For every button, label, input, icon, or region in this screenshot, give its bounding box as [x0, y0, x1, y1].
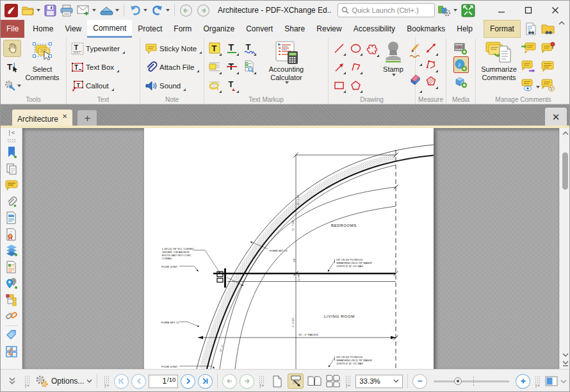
tab-help[interactable]: Help	[451, 20, 478, 38]
toolbar-grip[interactable]: |<	[259, 375, 265, 388]
document-viewport[interactable]: BEDROOMS LIVING ROOM FORM SET #3 FORM SE…	[22, 128, 559, 369]
first-page-button[interactable]	[114, 374, 129, 389]
pdf-page[interactable]: BEDROOMS LIVING ROOM FORM SET #3 FORM SE…	[144, 128, 434, 369]
zoom-slider[interactable]	[434, 374, 509, 388]
lasso-highlight-button[interactable]	[207, 77, 222, 94]
draw-ellipse-button[interactable]	[348, 40, 363, 56]
options-button[interactable]: Options...	[51, 377, 92, 386]
previous-page-button[interactable]	[131, 374, 146, 389]
hand-tool-button[interactable]	[3, 40, 21, 57]
toolbar-grip[interactable]: |<	[345, 375, 351, 388]
print-button[interactable]	[59, 3, 74, 18]
more-options-icon[interactable]	[560, 379, 567, 384]
scrollbar-thumb[interactable]	[562, 152, 568, 190]
tab-comment[interactable]: Comment	[87, 20, 132, 38]
page-number-input[interactable]: 1 /10	[149, 375, 178, 388]
sticky-note-button[interactable]: Sticky Note	[143, 40, 204, 57]
draw-rectangle-button[interactable]	[331, 77, 346, 94]
highlight-text-button[interactable]: T	[207, 40, 222, 56]
layers-pane-icon[interactable]	[4, 243, 19, 257]
toolbar-grip[interactable]: |<	[535, 375, 541, 388]
import-comments-button[interactable]	[521, 40, 536, 56]
undo-button[interactable]	[127, 3, 149, 18]
grid-layout-button[interactable]	[325, 373, 341, 389]
attach-file-button[interactable]: Attach File	[143, 58, 204, 76]
comment-notes-button[interactable]	[541, 58, 556, 75]
draw-arrow-button[interactable]	[331, 58, 346, 75]
attachments-pane-icon[interactable]	[4, 195, 19, 209]
fit-width-layout-button[interactable]	[288, 373, 304, 389]
open-button[interactable]	[20, 3, 42, 18]
collapse-sidebar-icon[interactable]: |<	[8, 129, 15, 136]
drag-handle[interactable]	[7, 138, 16, 143]
tab-form[interactable]: Form	[168, 20, 197, 38]
find-in-folder-icon[interactable]	[541, 22, 555, 35]
squiggly-underline-button[interactable]: T	[241, 40, 257, 56]
comments-pane-icon[interactable]	[4, 178, 19, 192]
toolbar-grip[interactable]: |<	[104, 375, 110, 388]
fields-pane-icon[interactable]	[4, 211, 19, 225]
select-comments-button[interactable]: Select Comments	[24, 40, 61, 95]
email-button[interactable]	[76, 3, 97, 18]
tab-view[interactable]: View	[59, 20, 87, 38]
tab-review[interactable]: Review	[311, 20, 347, 38]
tab-accessibility[interactable]: Accessibility	[348, 20, 401, 38]
accounting-calculator-button[interactable]: Accounting Calculator	[261, 40, 311, 95]
content-pane-icon[interactable]: T	[4, 260, 19, 274]
order-pane-icon[interactable]: Z	[4, 345, 19, 359]
links-pane-icon[interactable]	[4, 309, 19, 323]
tab-share[interactable]: Share	[279, 20, 311, 38]
collapse-statusbar-icon[interactable]	[8, 377, 16, 386]
two-page-layout-button[interactable]	[306, 373, 322, 389]
structure-pane-icon[interactable]	[4, 293, 19, 307]
tab-organize[interactable]: Organize	[197, 20, 240, 38]
tab-protect[interactable]: Protect	[132, 20, 168, 38]
minimize-button[interactable]	[489, 2, 514, 19]
scroll-up-icon[interactable]	[560, 128, 570, 138]
text-box-button[interactable]: T Text Box	[69, 58, 127, 76]
tab-convert[interactable]: Convert	[240, 20, 279, 38]
bookmarks-pane-icon[interactable]	[4, 145, 19, 159]
pin-comment-button[interactable]	[541, 40, 556, 56]
callout-button[interactable]: T Callout	[69, 77, 127, 94]
highlight-area-button[interactable]	[207, 58, 222, 75]
scroll-to-end-icon[interactable]	[560, 359, 570, 369]
typewriter-button[interactable]: T Typewriter	[69, 40, 127, 57]
draw-line-button[interactable]	[331, 40, 346, 56]
measure-perimeter-button[interactable]	[423, 56, 439, 73]
thumbnails-pane-icon[interactable]	[4, 162, 19, 176]
add-audio-button[interactable]: ♪	[453, 56, 469, 73]
draw-cloud-button[interactable]	[364, 40, 380, 58]
draw-polygon-button[interactable]	[348, 77, 363, 94]
show-comments-button[interactable]	[521, 77, 536, 94]
insert-text-button[interactable]: T	[224, 77, 240, 94]
measure-distance-button[interactable]	[423, 40, 439, 56]
close-document-icon[interactable]: ✕	[62, 113, 67, 120]
next-page-button[interactable]	[181, 374, 195, 389]
previous-view-button[interactable]	[222, 374, 237, 389]
tab-format[interactable]: Format	[484, 20, 521, 38]
add-3d-button[interactable]	[453, 73, 469, 90]
redo-button[interactable]	[150, 3, 171, 18]
tool-settings-button[interactable]	[3, 77, 21, 94]
fullscreen-button[interactable]	[460, 3, 476, 18]
collapse-ribbon-icon[interactable]	[558, 20, 566, 38]
sound-button[interactable]: Sound	[143, 77, 204, 94]
signatures-pane-icon[interactable]	[4, 227, 19, 241]
draw-polyline-button[interactable]	[348, 58, 363, 75]
slider-track[interactable]	[434, 380, 509, 382]
add-video-button[interactable]	[453, 40, 469, 56]
quick-launch-input[interactable]: Quick Launch (Ctrl+.)	[338, 3, 435, 17]
slider-thumb[interactable]	[454, 377, 462, 385]
toolbar-grip[interactable]: |<	[24, 375, 30, 388]
tab-home[interactable]: Home	[27, 20, 59, 38]
zoom-out-button[interactable]	[412, 374, 427, 389]
measure-area-button[interactable]	[423, 73, 439, 90]
close-button[interactable]	[542, 2, 568, 19]
vertical-scrollbar[interactable]	[559, 128, 570, 369]
history-back-button[interactable]	[178, 3, 194, 18]
destinations-pane-icon[interactable]	[4, 276, 19, 290]
next-view-button[interactable]	[240, 374, 254, 389]
spellcheck-document-button[interactable]	[241, 58, 257, 75]
export-comments-button[interactable]	[521, 58, 536, 75]
